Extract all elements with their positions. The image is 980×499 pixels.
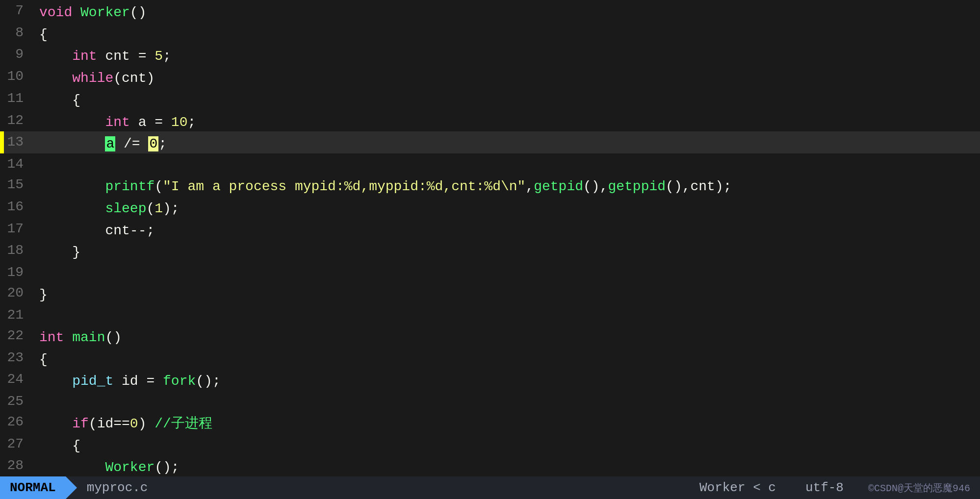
- line-number: 16: [0, 196, 35, 218]
- token-fn: Worker: [80, 5, 130, 20]
- code-line: 10 while(cnt): [0, 66, 980, 88]
- line-content: sleep(1);: [35, 196, 980, 218]
- status-bar: NORMAL myproc.c Worker < c utf-8 ©CSDN@天…: [0, 476, 980, 499]
- code-line: 28 Worker();: [0, 455, 980, 477]
- status-encoding: utf-8: [791, 480, 858, 495]
- code-line: 16 sleep(1);: [0, 196, 980, 218]
- code-line: 7void Worker(): [0, 0, 980, 22]
- code-line: 26 if(id==0) //子进程: [0, 411, 980, 433]
- token-plain: ;: [158, 136, 167, 151]
- line-content: Worker();: [35, 455, 980, 477]
- token-fn: Worker: [105, 460, 155, 475]
- token-plain: (: [155, 179, 163, 194]
- code-line: 23{: [0, 347, 980, 369]
- line-content: int a = 10;: [35, 110, 980, 132]
- line-content: {: [35, 347, 980, 369]
- token-str: "I am a process mypid:%d,myppid:%d,cnt:%…: [163, 179, 525, 194]
- token-kw: void: [39, 5, 72, 20]
- line-number: 25: [0, 391, 35, 411]
- token-plain: (),: [583, 179, 608, 194]
- line-content: void Worker(): [35, 0, 980, 22]
- token-plain: ();: [155, 460, 179, 475]
- line-content: }: [35, 240, 980, 262]
- token-plain: }: [39, 245, 80, 260]
- line-number: 8: [0, 22, 35, 44]
- code-line: 24 pid_t id = fork();: [0, 369, 980, 391]
- token-plain: (): [130, 5, 147, 20]
- token-plain: (cnt): [113, 71, 155, 86]
- token-plain: {: [39, 27, 48, 42]
- line-content: a /= 0;: [35, 131, 980, 153]
- token-plain: [39, 179, 105, 194]
- line-content: cnt--;: [35, 218, 980, 240]
- line-number: 10: [0, 66, 35, 88]
- line-number: 11: [0, 88, 35, 110]
- code-line: 15 printf("I am a process mypid:%d,myppi…: [0, 174, 980, 196]
- line-number: 15: [0, 174, 35, 196]
- line-number: 9: [0, 44, 35, 66]
- token-plain: }: [39, 287, 48, 302]
- line-content: [35, 262, 980, 282]
- token-fn: sleep: [105, 201, 146, 216]
- line-number: 21: [0, 304, 35, 325]
- line-number: 7: [0, 0, 35, 22]
- token-plain: {: [39, 438, 80, 453]
- code-line: 18 }: [0, 240, 980, 262]
- line-content: while(cnt): [35, 66, 980, 88]
- token-highlight-var: a: [105, 136, 115, 151]
- token-plain: [64, 330, 72, 345]
- code-line: 19: [0, 262, 980, 282]
- line-content: printf("I am a process mypid:%d,myppid:%…: [35, 174, 980, 196]
- code-line: 20}: [0, 282, 980, 304]
- line-content: int cnt = 5;: [35, 44, 980, 66]
- line-number: 17: [0, 218, 35, 240]
- line-number: 13: [0, 131, 35, 153]
- token-plain: [39, 71, 72, 86]
- status-worker: Worker < c: [685, 480, 791, 495]
- status-right: Worker < c utf-8 ©CSDN@天堂的恶魔946: [685, 480, 980, 495]
- token-plain: [39, 416, 72, 431]
- line-number: 14: [0, 153, 35, 174]
- status-filename: myproc.c: [77, 480, 158, 495]
- token-plain: [39, 49, 72, 64]
- token-plain: [39, 115, 105, 130]
- token-plain: [72, 5, 80, 20]
- token-plain: );: [163, 201, 180, 216]
- code-line: 27 {: [0, 433, 980, 455]
- line-content: if(id==0) //子进程: [35, 411, 980, 433]
- token-plain: {: [39, 93, 80, 108]
- token-plain: [39, 136, 105, 151]
- status-csdn: ©CSDN@天堂的恶魔946: [858, 481, 980, 495]
- token-comment: //子进程: [155, 416, 212, 431]
- mode-indicator: NORMAL: [0, 476, 66, 499]
- token-plain: (id==: [89, 416, 130, 431]
- token-fn: fork: [163, 374, 196, 389]
- code-line: 9 int cnt = 5;: [0, 44, 980, 66]
- line-content: {: [35, 88, 980, 110]
- line-content: int main(): [35, 325, 980, 347]
- token-plain: (): [105, 330, 122, 345]
- line-content: {: [35, 433, 980, 455]
- line-content: [35, 153, 980, 174]
- token-kw: int: [105, 115, 129, 130]
- code-line: 25: [0, 391, 980, 411]
- active-line-indicator: [0, 131, 4, 153]
- token-fn: printf: [105, 179, 155, 194]
- token-kw: int: [39, 330, 64, 345]
- line-number: 19: [0, 262, 35, 282]
- token-plain: (: [146, 201, 155, 216]
- line-number: 26: [0, 411, 35, 433]
- token-plain: {: [39, 352, 48, 367]
- line-number: 27: [0, 433, 35, 455]
- token-fn: getppid: [608, 179, 666, 194]
- token-plain: ;: [187, 115, 196, 130]
- line-number: 28: [0, 455, 35, 477]
- token-num: 1: [155, 201, 163, 216]
- token-kw: while: [72, 71, 113, 86]
- line-content: }: [35, 282, 980, 304]
- token-plain: [39, 201, 105, 216]
- code-line: 12 int a = 10;: [0, 110, 980, 132]
- token-plain: ();: [196, 374, 220, 389]
- token-plain: ): [138, 416, 155, 431]
- line-number: 23: [0, 347, 35, 369]
